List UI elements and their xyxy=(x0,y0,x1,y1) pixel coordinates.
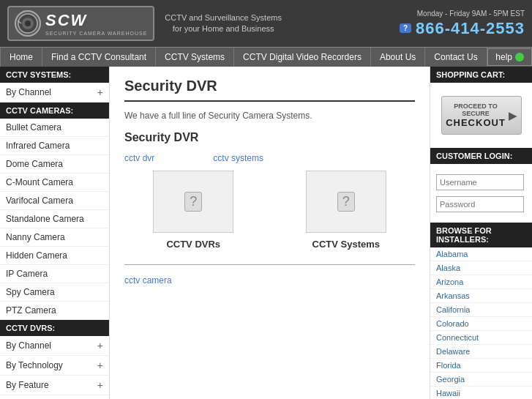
login-body xyxy=(430,164,532,223)
sidebar-item-dvr-by-technology[interactable]: By Technology + xyxy=(0,356,109,376)
browse-header: BROWSE FOR INSTALLERS: xyxy=(430,223,532,247)
checkout-text-main: CHECKOUT xyxy=(446,117,506,128)
sidebar-header-cctv-cameras: CCTV CAMERAS: xyxy=(0,102,109,119)
state-arkansas[interactable]: Arkansas xyxy=(430,289,532,303)
sidebar-item-standalone-camera[interactable]: Standalone Camera xyxy=(0,210,109,228)
nav-consultant[interactable]: Find a CCTV Consultant xyxy=(42,48,156,67)
product-item-systems: CCTV Systems xyxy=(277,171,416,250)
state-connecticut[interactable]: Connecticut xyxy=(430,331,532,345)
sidebar-item-hidden-camera[interactable]: Hidden Camera xyxy=(0,247,109,265)
expand-icon: + xyxy=(97,340,103,351)
nav-cctv-systems[interactable]: CCTV Systems xyxy=(156,48,234,67)
state-georgia[interactable]: Georgia xyxy=(430,373,532,387)
content-subtitle: Security DVR xyxy=(124,131,415,144)
login-header: CUSTOMER LOGIN: xyxy=(430,148,532,164)
main-layout: CCTV SYSTEMS: By Channel + CCTV CAMERAS:… xyxy=(0,67,532,399)
checkout-arrow-icon: ▶ xyxy=(509,110,517,122)
question-icon: ? xyxy=(400,23,411,33)
nav-home[interactable]: Home xyxy=(0,48,42,67)
navigation: Home Find a CCTV Consultant CCTV Systems… xyxy=(0,47,532,67)
state-hawaii[interactable]: Hawaii xyxy=(430,387,532,399)
state-california[interactable]: California xyxy=(430,303,532,317)
product-image-systems xyxy=(306,171,386,233)
installer-states-list: Alabama Alaska Arizona Arkansas Californ… xyxy=(430,247,532,399)
help-dot xyxy=(515,53,524,61)
sidebar-item-dvr-by-channel[interactable]: By Channel + xyxy=(0,336,109,356)
product-label-dvr: CCTV DVRs xyxy=(124,239,263,250)
state-delaware[interactable]: Delaware xyxy=(430,345,532,359)
sidebar-item-dome-camera[interactable]: Dome Camera xyxy=(0,155,109,174)
nav-about[interactable]: About Us xyxy=(371,48,425,67)
contact-area: Monday - Friday 9AM - 5PM EST ? 866-414-… xyxy=(400,10,525,38)
product-grid: CCTV DVRs CCTV Systems xyxy=(124,171,415,250)
site-header: SCW SECURITY CAMERA WAREHOUSE CCTV and S… xyxy=(0,0,532,47)
sidebar-item-dvr-by-feature[interactable]: By Feature + xyxy=(0,376,109,395)
state-arizona[interactable]: Arizona xyxy=(430,275,532,289)
product-label-systems: CCTV Systems xyxy=(277,239,416,250)
sidebar-item-cmount-camera[interactable]: C-Mount Camera xyxy=(0,174,109,192)
sidebar-item-bullet-camera[interactable]: Bullet Camera xyxy=(0,119,109,137)
state-alaska[interactable]: Alaska xyxy=(430,261,532,275)
logo-text: SCW xyxy=(45,11,147,30)
sidebar-item-infrared-camera[interactable]: Infrared Camera xyxy=(0,137,109,155)
nav-contact[interactable]: Contact Us xyxy=(425,48,487,67)
link-cctv-dvr[interactable]: cctv dvr xyxy=(124,153,154,163)
sidebar-header-cctv-systems: CCTV SYSTEMS: xyxy=(0,67,109,83)
product-image-dvr xyxy=(153,171,233,233)
link-cctv-camera[interactable]: cctv camera xyxy=(124,275,172,286)
main-content: Security DVR We have a full line of Secu… xyxy=(110,67,430,399)
help-button[interactable]: help xyxy=(487,48,532,66)
sidebar-item-ip-camera[interactable]: IP Camera xyxy=(0,265,109,283)
sidebar-item-nanny-camera[interactable]: Nanny Camera xyxy=(0,228,109,247)
sidebar-item-varifocal-camera[interactable]: Varifocal Camera xyxy=(0,192,109,210)
password-input[interactable] xyxy=(436,196,524,212)
tagline-line1: CCTV and Surveillance Systems xyxy=(165,12,282,23)
state-alabama[interactable]: Alabama xyxy=(430,247,532,261)
expand-icon: + xyxy=(97,86,103,98)
expand-icon: + xyxy=(97,359,103,371)
tagline-line2: for your Home and Business xyxy=(165,23,282,34)
state-florida[interactable]: Florida xyxy=(430,359,532,373)
cart-body: PROCEED TO SECURE CHECKOUT ▶ xyxy=(430,83,532,148)
username-input[interactable] xyxy=(436,174,524,190)
link-cctv-systems[interactable]: cctv systems xyxy=(213,153,263,163)
content-divider xyxy=(124,264,415,265)
content-description: We have a full line of Security Camera S… xyxy=(124,111,415,121)
sidebar-item-by-channel[interactable]: By Channel + xyxy=(0,83,109,102)
checkout-button[interactable]: PROCEED TO SECURE CHECKOUT ▶ xyxy=(441,96,522,135)
phone-number: 866-414-2553 xyxy=(416,19,525,38)
logo-icon xyxy=(15,10,41,37)
nav-dvr[interactable]: CCTV Digital Video Recorders xyxy=(234,48,371,67)
tagline: CCTV and Surveillance Systems for your H… xyxy=(165,12,282,35)
svg-point-2 xyxy=(25,20,31,26)
page-title: Security DVR xyxy=(124,78,415,102)
logo-box: SCW SECURITY CAMERA WAREHOUSE xyxy=(7,6,154,41)
logo-text-group: SCW SECURITY CAMERA WAREHOUSE xyxy=(45,11,147,36)
sidebar-item-ptz-camera[interactable]: PTZ Camera xyxy=(0,302,109,320)
right-sidebar: SHOPPING CART: PROCEED TO SECURE CHECKOU… xyxy=(430,67,532,399)
checkout-btn-content: PROCEED TO SECURE CHECKOUT xyxy=(446,102,506,128)
expand-icon: + xyxy=(97,379,103,391)
left-sidebar: CCTV SYSTEMS: By Channel + CCTV CAMERAS:… xyxy=(0,67,110,399)
help-label: help xyxy=(495,52,512,62)
contact-hours: Monday - Friday 9AM - 5PM EST xyxy=(400,10,525,18)
sidebar-item-spy-camera[interactable]: Spy Camera xyxy=(0,283,109,302)
sidebar-header-cctv-dvrs: CCTV DVRS: xyxy=(0,320,109,336)
link-row: cctv dvr cctv systems xyxy=(124,153,415,163)
cart-header: SHOPPING CART: xyxy=(430,67,532,83)
product-item-dvr: CCTV DVRs xyxy=(124,171,263,250)
logo-area: SCW SECURITY CAMERA WAREHOUSE CCTV and S… xyxy=(7,6,282,41)
checkout-text-top: PROCEED TO SECURE xyxy=(446,102,506,117)
state-colorado[interactable]: Colorado xyxy=(430,317,532,331)
logo-subtitle: SECURITY CAMERA WAREHOUSE xyxy=(45,31,147,36)
